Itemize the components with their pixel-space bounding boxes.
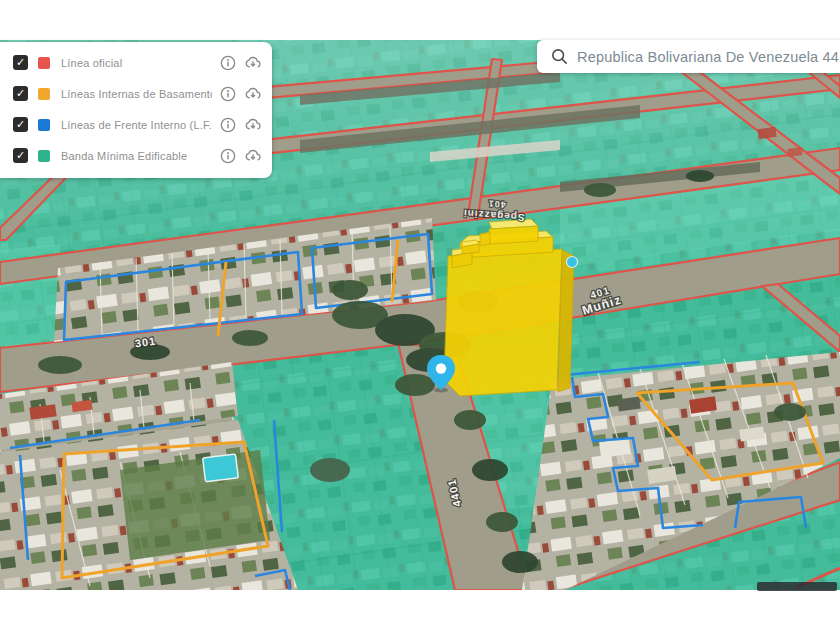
cloud-download-icon[interactable] [244,85,262,103]
color-swatch [38,57,50,69]
color-swatch [38,150,50,162]
legend-label: Banda Mínima Edificable [61,150,212,162]
map-attribution [757,582,837,591]
info-icon[interactable] [219,85,237,103]
address-search-bar[interactable]: Republica Bolivariana De Venezuela 4420 [537,40,840,73]
street-label-401-top: 401 [487,198,506,209]
cloud-download-icon[interactable] [244,116,262,134]
legend-row: ✓ Línea oficial [0,47,272,78]
checkbox-banda-minima-edificable[interactable]: ✓ [13,148,28,163]
checkbox-linea-oficial[interactable]: ✓ [13,55,28,70]
info-icon[interactable] [219,54,237,72]
checkbox-lineas-internas-basamento[interactable]: ✓ [13,86,28,101]
legend-label: Líneas Internas de Basamento (L.I.B) [61,88,212,100]
cloud-download-icon[interactable] [244,54,262,72]
checkbox-lineas-frente-interno[interactable]: ✓ [13,117,28,132]
vertex-dot[interactable] [567,257,578,268]
color-swatch [38,119,50,131]
info-icon[interactable] [219,116,237,134]
legend-row: ✓ Líneas de Frente Interno (L.F.I) [0,109,272,140]
legend-label: Línea oficial [61,57,212,69]
legend-label: Líneas de Frente Interno (L.F.I) [61,119,212,131]
legend-row: ✓ Banda Mínima Edificable [0,140,272,171]
cloud-download-icon[interactable] [244,147,262,165]
info-icon[interactable] [219,147,237,165]
search-icon [550,47,569,66]
layers-legend-panel: ✓ Línea oficial ✓ Líneas Internas de Bas… [0,42,272,178]
color-swatch [38,88,50,100]
search-input[interactable]: Republica Bolivariana De Venezuela 4420 [577,49,840,65]
legend-row: ✓ Líneas Internas de Basamento (L.I.B) [0,78,272,109]
